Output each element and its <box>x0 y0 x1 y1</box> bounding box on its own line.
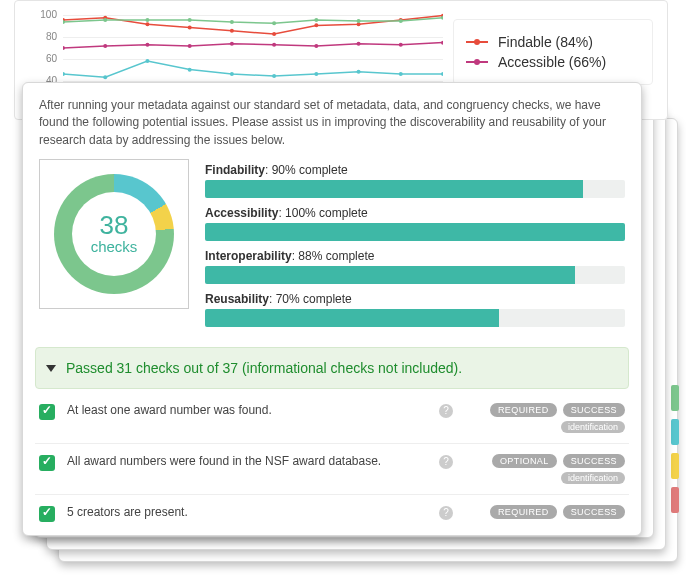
svg-point-20 <box>63 72 65 76</box>
svg-point-14 <box>230 42 234 46</box>
y-tick: 60 <box>31 53 57 64</box>
svg-point-33 <box>188 18 192 22</box>
svg-point-4 <box>230 29 234 33</box>
badge-identification: identification <box>561 472 625 484</box>
svg-point-23 <box>188 68 192 72</box>
badge-identification: identification <box>561 421 625 433</box>
check-badges: OPTIONALSUCCESSidentification <box>465 454 625 484</box>
svg-point-16 <box>314 44 318 48</box>
metric-label: Interoperability: 88% complete <box>205 249 625 263</box>
legend-label: Findable (84%) <box>498 34 593 50</box>
svg-point-36 <box>314 18 318 22</box>
info-icon[interactable]: ? <box>439 455 453 469</box>
check-pass-icon <box>39 404 55 420</box>
check-badges: REQUIREDSUCCESSidentification <box>465 403 625 433</box>
svg-point-3 <box>188 26 192 30</box>
metric-findability: Findability: 90% complete <box>205 163 625 198</box>
legend-swatch-findable <box>466 41 488 43</box>
edge-tabs <box>671 385 679 513</box>
edge-tab-green <box>671 385 679 411</box>
fair-metrics: Findability: 90% completeAccessibility: … <box>205 159 625 327</box>
summary-row: 38 checks Findability: 90% completeAcces… <box>23 159 641 339</box>
info-icon[interactable]: ? <box>439 404 453 418</box>
metric-accessibility: Accessibility: 100% complete <box>205 206 625 241</box>
checks-donut-box: 38 checks <box>39 159 189 309</box>
donut-label: 38 checks <box>40 212 188 255</box>
legend-swatch-accessible <box>466 61 488 63</box>
svg-point-15 <box>272 43 276 47</box>
info-icon[interactable]: ? <box>439 506 453 520</box>
svg-point-32 <box>145 18 149 22</box>
svg-point-25 <box>272 74 276 78</box>
svg-point-2 <box>145 22 149 26</box>
metric-bar <box>205 309 625 327</box>
check-text: 5 creators are present. <box>67 505 427 519</box>
metric-label: Accessibility: 100% complete <box>205 206 625 220</box>
metric-label: Findability: 90% complete <box>205 163 625 177</box>
svg-point-19 <box>441 41 443 45</box>
svg-point-21 <box>103 75 107 79</box>
check-text: At least one award number was found. <box>67 403 427 417</box>
svg-point-29 <box>441 72 443 76</box>
y-tick: 80 <box>31 31 57 42</box>
check-pass-icon <box>39 506 55 522</box>
svg-point-26 <box>314 72 318 76</box>
svg-point-10 <box>63 46 65 50</box>
svg-point-37 <box>357 19 361 23</box>
metric-label: Reusability: 70% complete <box>205 292 625 306</box>
check-badges: REQUIREDSUCCESS <box>465 505 625 519</box>
badge-success: SUCCESS <box>563 403 625 417</box>
check-row: All award numbers were found in the NSF … <box>35 444 629 495</box>
edge-tab-red <box>671 487 679 513</box>
check-pass-icon <box>39 455 55 471</box>
metric-reusability: Reusability: 70% complete <box>205 292 625 327</box>
badge-optional: OPTIONAL <box>492 454 557 468</box>
intro-text: After running your metadata against our … <box>23 83 641 159</box>
passed-checks-toggle[interactable]: Passed 31 checks out of 37 (informationa… <box>35 347 629 389</box>
chart-legend: Findable (84%) Accessible (66%) <box>453 19 653 85</box>
metric-interoperability: Interoperability: 88% complete <box>205 249 625 284</box>
edge-tab-yellow <box>671 453 679 479</box>
badge-required: REQUIRED <box>490 505 557 519</box>
svg-point-34 <box>230 20 234 24</box>
quality-report-card: After running your metadata against our … <box>22 82 642 536</box>
metric-bar <box>205 180 625 198</box>
metric-bar <box>205 266 625 284</box>
badge-success: SUCCESS <box>563 454 625 468</box>
edge-tab-blue <box>671 419 679 445</box>
metric-bar <box>205 223 625 241</box>
check-row: 5 creators are present.?REQUIREDSUCCESS <box>35 495 629 532</box>
check-list: At least one award number was found.?REQ… <box>23 389 641 532</box>
svg-point-6 <box>314 23 318 27</box>
svg-point-12 <box>145 43 149 47</box>
legend-accessible: Accessible (66%) <box>466 54 640 70</box>
svg-point-5 <box>272 32 276 36</box>
donut-number: 38 <box>40 212 188 238</box>
svg-point-11 <box>103 44 107 48</box>
check-text: All award numbers were found in the NSF … <box>67 454 427 468</box>
y-tick: 100 <box>31 9 57 20</box>
badge-required: REQUIRED <box>490 403 557 417</box>
svg-point-17 <box>357 42 361 46</box>
svg-point-24 <box>230 72 234 76</box>
svg-point-28 <box>399 72 403 76</box>
legend-label: Accessible (66%) <box>498 54 606 70</box>
svg-point-35 <box>272 21 276 25</box>
chevron-down-icon <box>46 365 56 372</box>
passed-checks-label: Passed 31 checks out of 37 (informationa… <box>66 360 462 376</box>
svg-point-22 <box>145 59 149 63</box>
svg-point-27 <box>357 70 361 74</box>
donut-text: checks <box>40 238 188 255</box>
svg-point-38 <box>399 19 403 23</box>
check-row: At least one award number was found.?REQ… <box>35 393 629 444</box>
svg-point-31 <box>103 18 107 22</box>
legend-findable: Findable (84%) <box>466 34 640 50</box>
svg-point-13 <box>188 44 192 48</box>
badge-success: SUCCESS <box>563 505 625 519</box>
svg-point-18 <box>399 43 403 47</box>
